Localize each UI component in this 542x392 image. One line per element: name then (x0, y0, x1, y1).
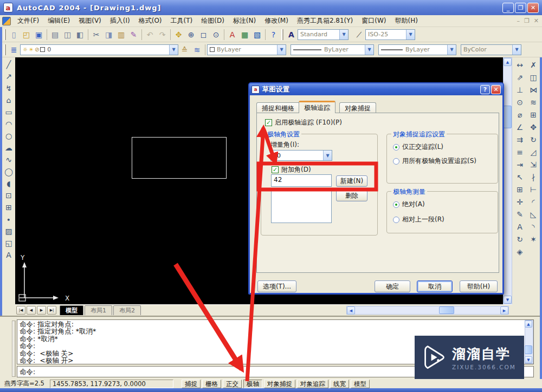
scroll-right-button[interactable]: ▶ (500, 306, 508, 315)
tab-polar-tracking[interactable]: 极轴追踪 (299, 101, 335, 113)
mdi-minimize-button[interactable]: – (517, 17, 520, 24)
explode-button[interactable]: ✶ (527, 233, 540, 245)
zoom-realtime-button[interactable]: ⊕ (185, 28, 197, 41)
dialog-help-bottom-button[interactable]: 帮助(H) (460, 280, 498, 292)
angular-dimension-button[interactable]: ∠ (514, 121, 526, 133)
chevron-down-icon[interactable]: ▼ (169, 45, 178, 55)
copy-clip-button[interactable]: ◨ (102, 28, 115, 41)
scroll-thumb[interactable] (439, 306, 454, 314)
additional-angles-checkbox[interactable]: ✓ (272, 166, 279, 173)
relative-radio[interactable] (393, 217, 399, 223)
menu-item-7[interactable]: 绘图(D) (197, 15, 229, 27)
line-button[interactable]: ╱ (3, 58, 15, 70)
absolute-radio[interactable] (393, 201, 399, 208)
rectangle-button[interactable]: ▭ (3, 106, 15, 118)
layout-nav-button-2[interactable]: ◀ (27, 306, 36, 315)
baseline-dimension-button[interactable]: ≡ (514, 146, 526, 158)
status-toggle-栅格[interactable]: 栅格 (202, 380, 221, 388)
delete-button[interactable]: 删除 (336, 190, 367, 201)
layout-nav-button-1[interactable]: |◀ (16, 306, 25, 315)
break-button[interactable]: ◜ (527, 195, 540, 208)
dialog-title-bar[interactable]: a 草图设置 ? ✕ (249, 83, 503, 95)
dimension-text-edit-button[interactable]: A (514, 220, 526, 233)
cancel-button[interactable]: 取消 (417, 280, 453, 292)
status-toggle-对象捕捉[interactable]: 对象捕捉 (264, 380, 295, 388)
linetype-combo[interactable]: ByLayer ▼ (291, 44, 374, 55)
plot-preview-button[interactable]: ◫ (61, 28, 74, 41)
additional-angles-list[interactable] (271, 188, 332, 223)
scroll-thumb[interactable] (525, 345, 532, 354)
polyline-button[interactable]: ↯ (3, 82, 15, 94)
tab-object-snap[interactable]: 对象捕捉 (339, 102, 376, 113)
insert-block-button[interactable]: ⊡ (3, 190, 15, 201)
menu-item-9[interactable]: 修改(M) (260, 15, 293, 27)
region-button[interactable]: ◱ (3, 237, 15, 249)
menu-item-11[interactable]: 窗口(W) (357, 15, 390, 27)
increment-angle-combo[interactable]: 90 ▼ (270, 150, 332, 161)
dim-style-button[interactable]: ⟋ (353, 28, 365, 41)
all-polar-tracking-radio[interactable] (393, 158, 399, 165)
move-button[interactable]: ✥ (527, 121, 540, 133)
ordinate-dimension-button[interactable]: ⊥ (514, 83, 526, 96)
polygon-button[interactable]: ⌂ (3, 94, 15, 106)
layer-freeze-icon[interactable]: ☀ (29, 47, 34, 53)
diameter-dimension-button[interactable]: ⌀ (514, 108, 526, 121)
status-toggle-正交[interactable]: 正交 (223, 380, 242, 388)
canvas-horizontal-scrollbar[interactable]: ◀ ▶ (346, 306, 509, 315)
extend-button[interactable]: ⊢ (527, 183, 540, 195)
maximize-button[interactable]: ❐ (515, 3, 526, 13)
plot-button[interactable]: ▤ (49, 28, 61, 41)
continue-dimension-button[interactable]: ⇥ (514, 158, 526, 171)
new-file-button[interactable]: ▯ (8, 28, 20, 41)
menu-item-8[interactable]: 标注(N) (229, 15, 260, 27)
undo-button[interactable]: ↶ (144, 28, 156, 41)
menu-item-2[interactable]: 编辑(E) (43, 15, 74, 27)
menu-item-1[interactable]: 文件(F) (13, 15, 43, 27)
scroll-down-button[interactable]: ▼ (504, 296, 512, 304)
radius-dimension-button[interactable]: ⊙ (514, 96, 526, 108)
aligned-dimension-button[interactable]: ⇗ (514, 71, 526, 83)
toolbar-grip[interactable] (4, 44, 6, 55)
tab-snap-and-grid[interactable]: 捕捉和栅格 (256, 102, 300, 113)
minimize-button[interactable]: _ (502, 3, 514, 13)
canvas-vertical-scrollbar[interactable]: ▲ ▼ (503, 57, 512, 304)
layout-nav-button-4[interactable]: ▶| (47, 306, 56, 315)
dim-style-combo[interactable]: ISO-25 ▼ (365, 29, 415, 40)
layer-combo[interactable]: ☼ ☀ ⊘ 0 ▼ (20, 44, 178, 55)
ellipse-arc-button[interactable]: ◖ (3, 178, 15, 190)
menu-item-4[interactable]: 插入(I) (106, 15, 134, 27)
arc-button[interactable]: ◠ (3, 118, 15, 130)
circle-button[interactable]: ○ (3, 130, 15, 142)
tolerance-button[interactable]: ⊞ (514, 183, 526, 195)
status-toggle-对象追踪[interactable]: 对象追踪 (297, 380, 328, 388)
center-mark-button[interactable]: ✛ (514, 195, 526, 208)
text-style-button[interactable]: A (285, 28, 298, 41)
publish-button[interactable]: ◧ (74, 28, 86, 41)
text-style-combo[interactable]: Standard ▼ (298, 29, 349, 40)
command-splitter[interactable] (12, 321, 16, 377)
multiline-text-button[interactable]: A (3, 249, 15, 261)
coordinates-readout[interactable]: 1455.7853, 117.9273, 0.0000 (50, 380, 173, 388)
pan-realtime-button[interactable]: ✥ (172, 28, 185, 41)
make-block-button[interactable]: ⊞ (3, 201, 15, 213)
layout-nav-button-3[interactable]: ▶ (37, 306, 46, 315)
scroll-up-button[interactable]: ▲ (525, 321, 532, 328)
status-toggle-线宽[interactable]: 线宽 (330, 380, 349, 388)
zoom-previous-button[interactable]: ⊙ (210, 28, 222, 41)
cut-button[interactable]: ✂ (90, 28, 102, 41)
save-file-button[interactable]: ▣ (33, 28, 45, 41)
status-toggle-模型[interactable]: 模型 (351, 380, 370, 388)
enable-polar-checkbox[interactable]: ✓ (265, 119, 272, 126)
toolbar-grip[interactable] (281, 29, 283, 40)
quick-dimension-button[interactable]: ⇉ (514, 133, 526, 146)
mdi-restore-button[interactable]: ❐ (524, 17, 530, 24)
new-button[interactable]: 新建(N) (336, 175, 367, 187)
menu-item-12[interactable]: 帮助(H) (391, 15, 422, 27)
hatch-button[interactable]: ▨ (3, 225, 15, 237)
menu-item-3[interactable]: 视图(V) (74, 15, 106, 27)
status-toggle-捕捉[interactable]: 捕捉 (182, 380, 201, 388)
redo-button[interactable]: ↷ (156, 28, 169, 41)
chevron-down-icon[interactable]: ▼ (323, 151, 332, 160)
dimension-edit-button[interactable]: ✎ (514, 208, 526, 220)
copy-object-button[interactable]: ◫ (527, 71, 540, 83)
